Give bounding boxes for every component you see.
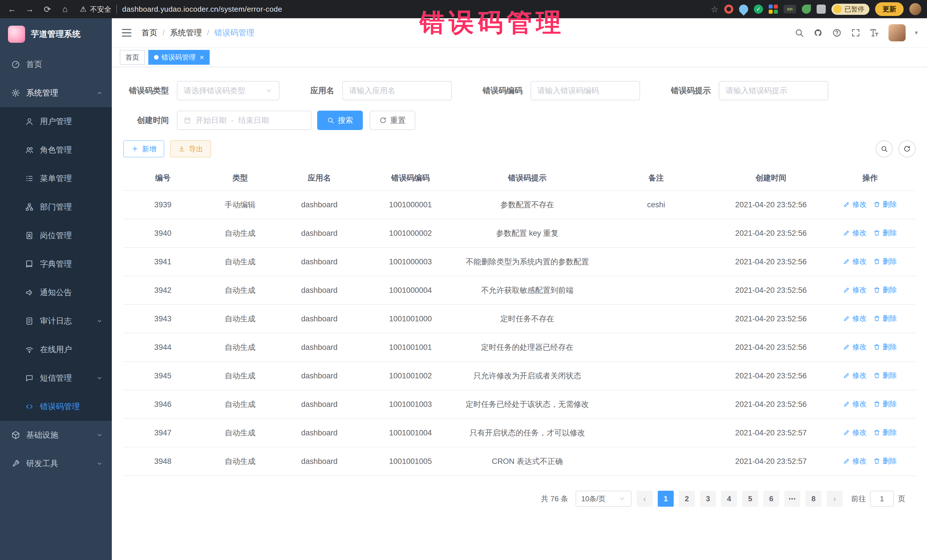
breadcrumb-system[interactable]: 系统管理: [170, 27, 202, 38]
delete-link[interactable]: 删除: [873, 314, 897, 323]
sidebar-item-depts[interactable]: 部门管理: [0, 193, 112, 221]
type-select[interactable]: 请选择错误码类型: [177, 81, 280, 100]
edit-link[interactable]: 修改: [843, 314, 866, 323]
extension-drop-icon[interactable]: [737, 3, 750, 15]
browser-avatar[interactable]: [909, 3, 921, 15]
fullscreen-icon[interactable]: [851, 28, 860, 38]
sidebar-item-users[interactable]: 用户管理: [0, 107, 112, 136]
prev-page-button[interactable]: ‹: [637, 491, 653, 507]
app-name-input[interactable]: [342, 81, 452, 100]
reload-button[interactable]: ⟳: [41, 3, 54, 15]
goto-page-input[interactable]: [870, 491, 894, 507]
delete-link[interactable]: 删除: [873, 342, 897, 352]
sidebar-item-infra[interactable]: 基础设施: [0, 421, 112, 449]
page-button-5[interactable]: 5: [742, 491, 758, 507]
delete-link[interactable]: 删除: [873, 456, 897, 466]
extension-on-icon[interactable]: on: [784, 5, 796, 14]
sidebar-item-notices[interactable]: 通知公告: [0, 278, 112, 307]
edit-link[interactable]: 修改: [843, 371, 866, 380]
next-page-button[interactable]: ›: [827, 491, 843, 507]
extensions-puzzle-icon[interactable]: [817, 5, 826, 14]
dashboard-icon: [11, 60, 20, 69]
edit-link[interactable]: 修改: [843, 428, 866, 437]
sidebar-toggle-icon[interactable]: [121, 27, 132, 38]
user-avatar[interactable]: [889, 24, 906, 41]
page-button-2[interactable]: 2: [679, 491, 695, 507]
extension-donut-icon[interactable]: [724, 5, 733, 14]
tag-error-codes[interactable]: 错误码管理 ×: [148, 50, 210, 65]
error-hint-input[interactable]: [719, 81, 828, 100]
sidebar-item-sms[interactable]: 短信管理: [0, 364, 112, 392]
date-range-picker[interactable]: 开始日期 - 结束日期: [177, 111, 312, 130]
trash-icon: [873, 258, 880, 265]
trash-icon: [873, 344, 880, 351]
sync-paused-badge[interactable]: 已暂停: [831, 4, 869, 15]
edit-link[interactable]: 修改: [843, 256, 866, 266]
bookmark-star-icon[interactable]: ☆: [711, 4, 719, 14]
delete-link[interactable]: 删除: [873, 256, 897, 266]
search-icon: [880, 145, 888, 153]
sidebar: 芋道管理系统 首页 系统管理 用户管理 角色管理 菜单管理: [0, 18, 112, 560]
page-size-select[interactable]: 10条/页: [576, 491, 632, 507]
export-button[interactable]: 导出: [170, 140, 211, 157]
refresh-table-button[interactable]: [898, 140, 916, 157]
url-text[interactable]: dashboard.yudao.iocoder.cn/system/error-…: [122, 5, 282, 14]
search-button[interactable]: 搜索: [317, 111, 363, 130]
edit-link[interactable]: 修改: [843, 342, 866, 352]
font-size-icon[interactable]: [870, 28, 879, 38]
logo-image: [8, 26, 25, 43]
pencil-icon: [843, 401, 850, 407]
edit-link[interactable]: 修改: [843, 200, 866, 209]
security-chip[interactable]: ⚠ 不安全: [80, 5, 111, 14]
page-button-4[interactable]: 4: [721, 491, 737, 507]
pencil-icon: [843, 372, 850, 379]
trash-icon: [873, 201, 880, 208]
search-icon[interactable]: [794, 28, 804, 38]
sidebar-item-system-mgmt[interactable]: 系统管理: [0, 79, 112, 107]
back-button[interactable]: ←: [6, 3, 18, 15]
edit-link[interactable]: 修改: [843, 228, 866, 238]
github-icon[interactable]: [813, 28, 823, 38]
delete-link[interactable]: 删除: [873, 285, 897, 294]
delete-link[interactable]: 删除: [873, 228, 897, 238]
sidebar-item-posts[interactable]: 岗位管理: [0, 221, 112, 250]
page-button-8[interactable]: 8: [805, 491, 821, 507]
sidebar-item-dicts[interactable]: 字典管理: [0, 250, 112, 278]
extension-check-icon[interactable]: ✓: [754, 5, 763, 14]
goto-page: 前往 页: [851, 491, 905, 507]
edit-link[interactable]: 修改: [843, 285, 866, 294]
help-icon[interactable]: [832, 28, 842, 38]
edit-link[interactable]: 修改: [843, 456, 866, 466]
sidebar-item-audit-log[interactable]: 审计日志: [0, 307, 112, 335]
edit-link[interactable]: 修改: [843, 399, 866, 408]
sidebar-item-error-codes[interactable]: 错误码管理: [0, 392, 112, 421]
extension-grid-icon[interactable]: [769, 5, 778, 14]
tags-view: 首页 错误码管理 ×: [112, 48, 927, 67]
delete-link[interactable]: 删除: [873, 200, 897, 209]
home-button[interactable]: ⌂: [59, 3, 71, 15]
more-pages-button[interactable]: •••: [784, 491, 800, 507]
delete-link[interactable]: 删除: [873, 371, 897, 380]
add-button[interactable]: 新增: [123, 140, 164, 157]
sidebar-item-online-users[interactable]: 在线用户: [0, 335, 112, 364]
page-button-1[interactable]: 1: [658, 491, 674, 507]
page-button-3[interactable]: 3: [700, 491, 716, 507]
sidebar-item-menus[interactable]: 菜单管理: [0, 164, 112, 193]
reset-button[interactable]: 重置: [370, 111, 415, 130]
close-icon[interactable]: ×: [200, 54, 204, 61]
page-button-6[interactable]: 6: [763, 491, 779, 507]
delete-link[interactable]: 删除: [873, 428, 897, 437]
breadcrumb-home[interactable]: 首页: [141, 27, 158, 38]
error-code-input[interactable]: [530, 81, 640, 100]
sidebar-item-devtools[interactable]: 研发工具: [0, 449, 112, 478]
toggle-search-button[interactable]: [876, 140, 893, 157]
caret-down-icon[interactable]: ▾: [915, 29, 918, 36]
sidebar-item-roles[interactable]: 角色管理: [0, 136, 112, 164]
sidebar-item-home[interactable]: 首页: [0, 50, 112, 79]
forward-button[interactable]: →: [23, 3, 36, 15]
browser-update-button[interactable]: 更新: [875, 2, 904, 16]
app-logo[interactable]: 芋道管理系统: [0, 18, 112, 50]
delete-link[interactable]: 删除: [873, 399, 897, 408]
tag-home[interactable]: 首页: [120, 50, 145, 65]
extension-leaf-icon[interactable]: [802, 5, 811, 14]
